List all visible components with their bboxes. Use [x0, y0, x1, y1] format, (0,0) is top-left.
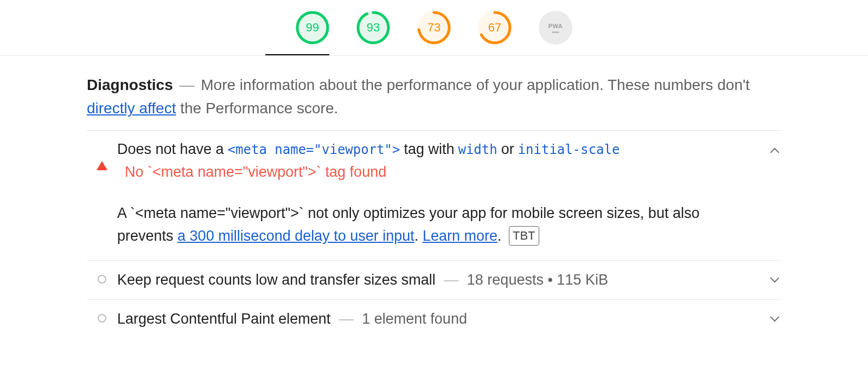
- tbt-badge: TBT: [509, 226, 539, 246]
- score-gauge-best-practices[interactable]: 73: [417, 11, 451, 44]
- audit-lcp-element[interactable]: Largest Contentful Paint element — 1 ele…: [87, 300, 781, 338]
- dash: —: [444, 272, 458, 288]
- audit-title-or: or: [501, 141, 514, 157]
- pwa-dash-icon: [552, 31, 559, 33]
- audit2-title: Keep request counts low and transfer siz…: [117, 272, 436, 288]
- score-gauge-pwa[interactable]: PWA: [539, 11, 572, 44]
- dot: .: [414, 228, 419, 244]
- diagnostics-heading: Diagnostics — More information about the…: [87, 73, 781, 131]
- svg-point-2: [419, 12, 449, 43]
- dash: —: [339, 311, 354, 327]
- dash: —: [179, 76, 194, 93]
- svg-point-1: [358, 12, 388, 43]
- dot: .: [497, 228, 502, 244]
- scores-header: 99 93 73 67 PWA: [0, 0, 868, 56]
- score-gauge-performance[interactable]: 99: [296, 11, 329, 44]
- pwa-label: PWA: [548, 23, 563, 29]
- chevron-down-icon[interactable]: [771, 275, 781, 285]
- audit-title-pre: Does not have a: [117, 141, 224, 157]
- info-circle-icon: [98, 275, 106, 284]
- code-initial-scale: initial-scale: [518, 142, 620, 157]
- svg-point-0: [297, 12, 328, 43]
- delay-link[interactable]: a 300 millisecond delay to user input: [177, 228, 414, 244]
- audit2-detail: 18 requests • 115 KiB: [467, 272, 608, 288]
- score-gauge-seo[interactable]: 67: [478, 11, 512, 44]
- score-gauge-accessibility[interactable]: 93: [356, 11, 390, 44]
- audit-error-message: No `<meta name="viewport">` tag found: [117, 164, 755, 181]
- directly-affect-link[interactable]: directly affect: [87, 100, 176, 117]
- learn-more-link[interactable]: Learn more: [423, 228, 497, 244]
- audit-request-counts[interactable]: Keep request counts low and transfer siz…: [87, 261, 781, 300]
- chevron-up-icon[interactable]: [771, 145, 781, 155]
- audit-title-mid: tag with: [404, 141, 454, 157]
- info-circle-icon: [98, 314, 106, 323]
- error-triangle-icon: [97, 161, 107, 170]
- chevron-down-icon[interactable]: [771, 314, 781, 324]
- code-width: width: [458, 142, 497, 157]
- audit3-title: Largest Contentful Paint element: [117, 311, 330, 327]
- code-meta-viewport: <meta name="viewport">: [228, 142, 400, 157]
- active-tab-indicator: [265, 54, 329, 55]
- content-area: Diagnostics — More information about the…: [76, 56, 792, 338]
- audit3-detail: 1 element found: [362, 311, 467, 327]
- section-desc-after: the Performance score.: [180, 100, 338, 117]
- svg-point-3: [480, 12, 510, 43]
- section-title: Diagnostics: [87, 76, 173, 93]
- section-desc-before: More information about the performance o…: [201, 76, 750, 93]
- audit-viewport[interactable]: Does not have a <meta name="viewport"> t…: [87, 131, 781, 261]
